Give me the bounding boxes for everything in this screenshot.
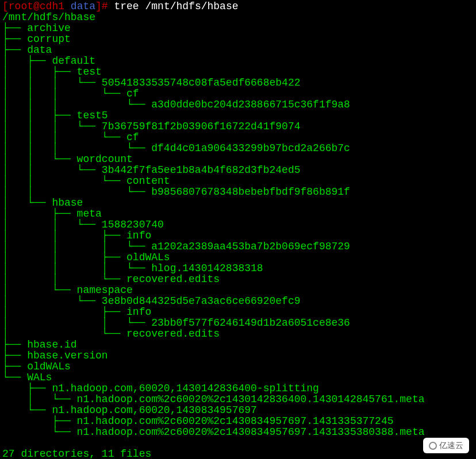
prompt-bracket-open: [ xyxy=(2,1,9,12)
cloud-icon xyxy=(429,442,437,450)
prompt-user-host: root@cdh1 xyxy=(9,1,64,12)
prompt-space xyxy=(64,1,71,12)
command-text: tree /mnt/hdfs/hbase xyxy=(114,1,238,12)
terminal-output: [root@cdh1 data]# tree /mnt/hdfs/hbase /… xyxy=(2,1,474,459)
watermark-badge: 亿速云 xyxy=(423,438,469,453)
tree-root-path: /mnt/hdfs/hbase xyxy=(2,11,95,23)
tree-summary: 27 directories, 11 files xyxy=(2,448,151,459)
watermark-text: 亿速云 xyxy=(439,440,463,451)
prompt-cwd: data xyxy=(71,1,95,12)
prompt-bracket-close: ]# xyxy=(95,1,114,12)
tree-body: ├── archive ├── corrupt ├── data │ ├── d… xyxy=(2,22,425,438)
prompt-line: [root@cdh1 data]# tree /mnt/hdfs/hbase xyxy=(2,1,239,12)
